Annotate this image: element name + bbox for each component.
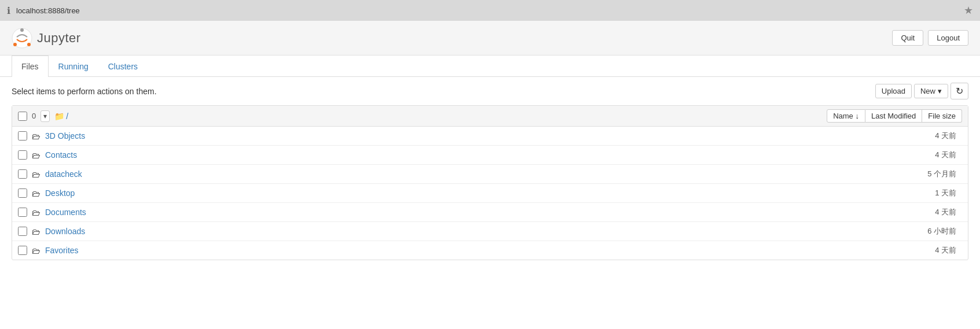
quit-button[interactable]: Quit: [892, 30, 923, 46]
file-modified: 4 天前: [893, 131, 962, 141]
header-buttons: Quit Logout: [892, 30, 968, 46]
folder-icon: 🗁: [32, 169, 40, 179]
table-row: 🗁 Downloads 6 小时前: [12, 222, 968, 241]
file-list-container: 0 ▾ 📁 / Name ↓ Last Modified File size 🗁…: [12, 105, 968, 260]
file-rows: 🗁 3D Objects 4 天前 🗁 Contacts 4 天前 🗁 data…: [12, 127, 968, 260]
row-checkbox[interactable]: [18, 131, 27, 141]
browser-bar: ℹ localhost:8888/tree ★: [0, 0, 980, 21]
row-checkbox[interactable]: [18, 246, 27, 255]
new-dropdown-icon: ▾: [938, 87, 942, 95]
bookmark-icon[interactable]: ★: [964, 4, 973, 17]
info-icon: ℹ: [7, 5, 10, 16]
new-button[interactable]: New ▾: [914, 84, 948, 98]
row-checkbox[interactable]: [18, 227, 27, 236]
svg-point-1: [20, 28, 24, 32]
column-headers: Name ↓ Last Modified File size: [827, 109, 962, 123]
table-row: 🗁 Desktop 1 天前: [12, 184, 968, 203]
tabs-bar: Files Running Clusters: [0, 56, 980, 77]
file-modified: 4 天前: [893, 207, 962, 217]
col-file-size-button[interactable]: File size: [922, 109, 962, 123]
table-row: 🗁 3D Objects 4 天前: [12, 127, 968, 146]
jupyter-header: Jupyter Quit Logout: [0, 21, 980, 56]
file-modified: 1 天前: [893, 188, 962, 198]
select-hint: Select items to perform actions on them.: [12, 87, 157, 96]
row-checkbox[interactable]: [18, 150, 27, 160]
breadcrumb-path: /: [66, 112, 68, 121]
file-modified: 6 小时前: [893, 226, 962, 236]
tab-clusters[interactable]: Clusters: [98, 56, 148, 77]
svg-point-2: [13, 43, 17, 46]
sort-icon: ↓: [855, 112, 859, 120]
svg-point-3: [27, 43, 31, 46]
tab-running[interactable]: Running: [49, 56, 98, 77]
folder-icon: 🗁: [32, 131, 40, 141]
col-name-button[interactable]: Name ↓: [827, 109, 865, 123]
table-row: 🗁 Documents 4 天前: [12, 203, 968, 222]
file-link[interactable]: Desktop: [45, 188, 888, 198]
new-label: New: [920, 87, 935, 95]
file-link[interactable]: 3D Objects: [45, 131, 888, 141]
file-modified: 4 天前: [893, 150, 962, 160]
file-link[interactable]: Favorites: [45, 246, 888, 255]
browser-url: localhost:8888/tree: [16, 6, 958, 15]
file-link[interactable]: Contacts: [45, 150, 888, 160]
folder-icon: 🗁: [32, 227, 40, 236]
folder-icon: 🗁: [32, 188, 40, 198]
row-checkbox[interactable]: [18, 188, 27, 198]
item-count: 0: [32, 112, 36, 120]
select-dropdown[interactable]: ▾: [40, 110, 50, 122]
file-modified: 4 天前: [893, 245, 962, 256]
tab-files[interactable]: Files: [12, 56, 49, 77]
table-row: 🗁 Contacts 4 天前: [12, 146, 968, 165]
upload-button[interactable]: Upload: [875, 84, 912, 98]
folder-icon: 🗁: [32, 150, 40, 160]
col-last-modified-button[interactable]: Last Modified: [865, 109, 922, 123]
table-row: 🗁 Favorites 4 天前: [12, 241, 968, 260]
breadcrumb: 📁 /: [54, 112, 68, 121]
toolbar-right: Upload New ▾ ↻: [875, 83, 968, 99]
logout-button[interactable]: Logout: [928, 30, 968, 46]
file-modified: 5 个月前: [893, 169, 962, 179]
file-link[interactable]: Documents: [45, 208, 888, 217]
jupyter-logo-icon: [12, 28, 32, 49]
row-checkbox[interactable]: [18, 208, 27, 217]
file-link[interactable]: Downloads: [45, 227, 888, 236]
folder-icon: 🗁: [32, 246, 40, 256]
file-list-header: 0 ▾ 📁 / Name ↓ Last Modified File size: [12, 106, 968, 127]
folder-icon: 📁: [54, 112, 64, 121]
jupyter-logo-text: Jupyter: [37, 31, 81, 46]
file-link[interactable]: datacheck: [45, 169, 888, 179]
row-checkbox[interactable]: [18, 169, 27, 179]
col-name-label: Name: [833, 112, 853, 120]
jupyter-logo: Jupyter: [12, 28, 81, 49]
folder-icon: 🗁: [32, 208, 40, 217]
refresh-button[interactable]: ↻: [950, 83, 968, 99]
toolbar: Select items to perform actions on them.…: [0, 77, 980, 105]
select-all-checkbox[interactable]: [18, 112, 27, 121]
table-row: 🗁 datacheck 5 个月前: [12, 165, 968, 184]
